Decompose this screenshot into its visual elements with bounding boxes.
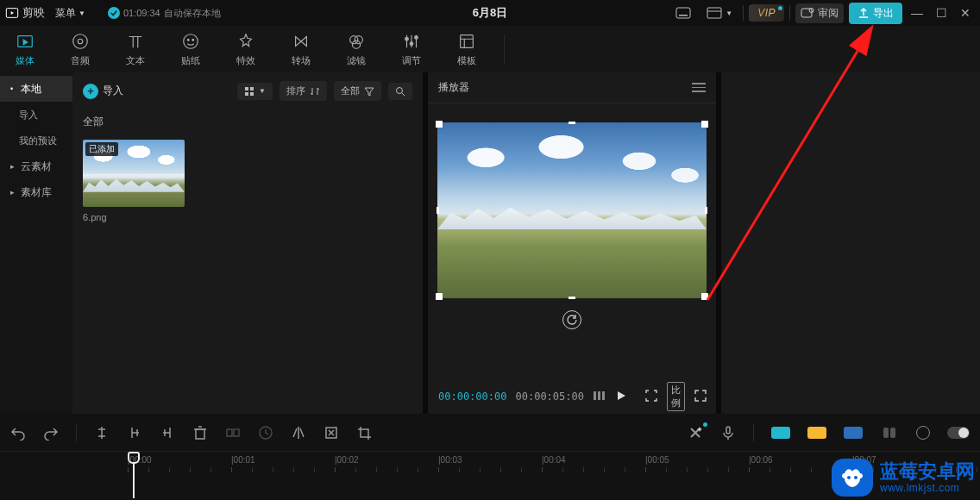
track-adjacent-button[interactable] bbox=[880, 427, 899, 439]
play-button[interactable] bbox=[615, 390, 627, 404]
added-badge: 已添加 bbox=[85, 142, 118, 156]
thumbnail-image[interactable]: 已添加 bbox=[83, 140, 185, 207]
mirror-button[interactable] bbox=[291, 425, 306, 441]
menu-button[interactable]: 菜单 ▼ bbox=[52, 4, 89, 22]
svg-point-40 bbox=[847, 476, 851, 479]
app-name: 剪映 bbox=[22, 5, 45, 21]
media-panel: •本地 导入 我的预设 ▸云素材 ▸素材库 + 导入 ▼ 排序 全部 全部 bbox=[0, 72, 423, 414]
delete-button[interactable] bbox=[192, 425, 208, 441]
tab-effect[interactable]: 特效 bbox=[228, 32, 264, 67]
undo-button[interactable] bbox=[10, 425, 26, 441]
tab-template[interactable]: 模板 bbox=[449, 32, 485, 67]
aspect-ratio-button[interactable]: 比例 bbox=[667, 382, 685, 411]
tab-text[interactable]: 文本 bbox=[117, 32, 154, 67]
filter-button[interactable]: 全部 bbox=[334, 81, 381, 101]
vip-button[interactable]: VIP bbox=[749, 4, 784, 22]
svg-rect-37 bbox=[726, 427, 730, 434]
fullscreen-button[interactable] bbox=[694, 389, 707, 405]
import-button[interactable]: + 导入 bbox=[83, 84, 123, 99]
tab-adjust[interactable]: 调节 bbox=[393, 32, 430, 67]
svg-rect-34 bbox=[234, 429, 239, 436]
tab-sticker[interactable]: 贴纸 bbox=[173, 32, 209, 67]
view-mode-button[interactable]: ▼ bbox=[237, 83, 273, 100]
focus-frame-button[interactable] bbox=[644, 389, 658, 405]
handle-br[interactable] bbox=[701, 293, 708, 300]
handle-tl[interactable] bbox=[436, 121, 443, 128]
project-title: 6月8日 bbox=[473, 5, 507, 21]
nav-import[interactable]: 导入 bbox=[9, 102, 72, 128]
track-marker-button[interactable] bbox=[916, 426, 930, 440]
template-icon bbox=[457, 32, 476, 51]
grid-icon bbox=[244, 86, 254, 97]
auto-cut-button[interactable] bbox=[688, 425, 703, 441]
tab-media[interactable]: 媒体 bbox=[7, 32, 43, 67]
columns-button[interactable] bbox=[593, 390, 606, 404]
redo-button[interactable] bbox=[43, 425, 59, 441]
keyboard-button[interactable] bbox=[670, 4, 696, 22]
microphone-button[interactable] bbox=[720, 425, 736, 441]
timecode-current: 00:00:00:00 bbox=[438, 391, 506, 403]
sticker-icon bbox=[181, 32, 200, 51]
nav-cloud[interactable]: ▸云素材 bbox=[0, 153, 72, 179]
svg-rect-3 bbox=[679, 15, 688, 16]
svg-rect-6 bbox=[801, 9, 812, 17]
nav-my-preset[interactable]: 我的预设 bbox=[9, 128, 72, 153]
ripple-button[interactable] bbox=[225, 425, 241, 441]
svg-point-10 bbox=[73, 34, 88, 48]
handle-t[interactable] bbox=[569, 122, 575, 124]
rotate-button[interactable] bbox=[324, 425, 339, 441]
crop-button[interactable] bbox=[356, 425, 372, 441]
watermark-logo-icon bbox=[832, 459, 873, 497]
track-color-2[interactable] bbox=[807, 427, 826, 439]
handle-l[interactable] bbox=[437, 207, 439, 214]
handle-b[interactable] bbox=[569, 297, 575, 299]
nav-local[interactable]: •本地 bbox=[0, 76, 72, 102]
separator bbox=[504, 34, 505, 64]
export-button[interactable]: 导出 bbox=[849, 3, 902, 24]
nav-library[interactable]: ▸素材库 bbox=[0, 179, 72, 205]
snap-toggle[interactable] bbox=[947, 427, 970, 439]
track-color-1[interactable] bbox=[771, 427, 790, 439]
sort-button[interactable]: 排序 bbox=[280, 81, 327, 101]
media-icon bbox=[16, 32, 35, 51]
media-thumbnail[interactable]: 已添加 6.png bbox=[83, 140, 185, 222]
maximize-button[interactable]: ☐ bbox=[932, 6, 951, 20]
svg-point-17 bbox=[352, 41, 360, 48]
svg-point-19 bbox=[410, 41, 413, 45]
playhead[interactable] bbox=[128, 452, 140, 498]
svg-rect-22 bbox=[245, 87, 248, 91]
layout-button[interactable]: ▼ bbox=[701, 4, 738, 22]
handle-r[interactable] bbox=[705, 207, 707, 214]
ruler-tick: |00:01 bbox=[231, 455, 255, 465]
svg-rect-2 bbox=[676, 8, 690, 18]
handle-bl[interactable] bbox=[436, 293, 443, 300]
trim-right-button[interactable] bbox=[160, 425, 175, 441]
trim-left-button[interactable] bbox=[127, 425, 142, 441]
review-button[interactable]: 审阅 bbox=[795, 3, 844, 23]
tab-filter[interactable]: 滤镜 bbox=[338, 32, 374, 67]
minimize-button[interactable]: — bbox=[908, 6, 927, 20]
timeline-toolbar bbox=[0, 414, 980, 452]
svg-rect-32 bbox=[196, 429, 204, 439]
search-button[interactable] bbox=[388, 83, 412, 100]
split-button[interactable] bbox=[94, 425, 110, 441]
thumbnail-name: 6.png bbox=[83, 212, 185, 222]
svg-marker-1 bbox=[11, 11, 14, 15]
tab-transition[interactable]: 转场 bbox=[283, 32, 319, 67]
preview-canvas[interactable] bbox=[437, 122, 707, 298]
track-color-3[interactable] bbox=[844, 427, 863, 439]
titlebar: 剪映 菜单 ▼ 01:09:34 自动保存本地 6月8日 ▼ VIP 审阅 导出… bbox=[0, 0, 980, 26]
player-menu-button[interactable] bbox=[692, 83, 706, 92]
player-title: 播放器 bbox=[438, 80, 469, 95]
svg-rect-28 bbox=[594, 391, 596, 400]
svg-rect-4 bbox=[707, 8, 721, 18]
media-area: + 导入 ▼ 排序 全部 全部 已添加 6.png bbox=[72, 72, 423, 414]
funnel-icon bbox=[364, 86, 374, 97]
sort-icon bbox=[310, 86, 320, 97]
speed-button[interactable] bbox=[258, 425, 273, 441]
tab-audio[interactable]: 音频 bbox=[62, 32, 98, 67]
reset-transform-button[interactable] bbox=[562, 310, 581, 329]
svg-rect-25 bbox=[250, 92, 254, 96]
close-button[interactable]: ✕ bbox=[956, 6, 975, 20]
handle-tr[interactable] bbox=[701, 121, 708, 128]
